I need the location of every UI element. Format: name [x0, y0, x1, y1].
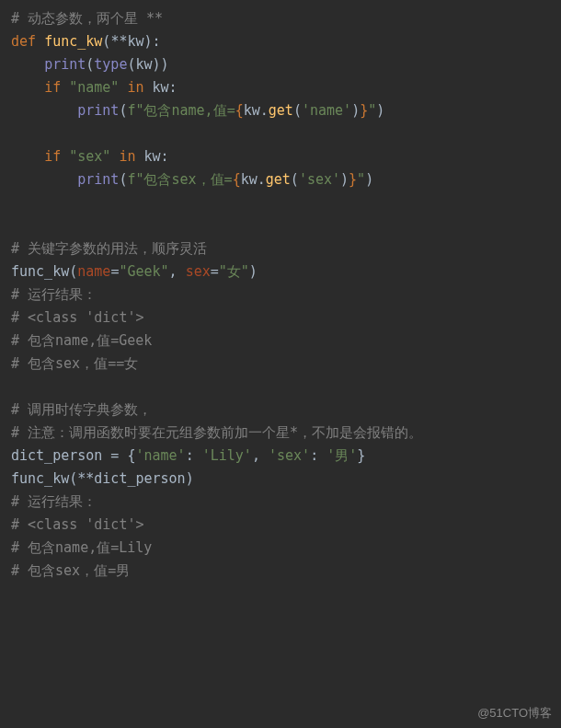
punct: (: [86, 56, 94, 73]
comment: # 运行结果：: [11, 286, 97, 303]
string: 'name': [135, 447, 185, 464]
comment: # 动态参数，两个星 **: [11, 10, 163, 27]
string: "sex": [69, 148, 110, 165]
code-line: # 运行结果：: [11, 491, 550, 514]
punct: ): [340, 171, 349, 188]
keyword-in: in: [127, 79, 143, 96]
builtin-type: type: [94, 56, 127, 73]
comment: # 包含name,值=Geek: [11, 332, 152, 349]
comment: # 注意：调用函数时要在元组参数前加一个星*，不加是会报错的。: [11, 424, 422, 441]
func-call: func_kw: [11, 263, 69, 280]
string: 'sex': [269, 447, 310, 464]
code-line: if "sex" in kw:: [11, 145, 550, 168]
expr: kw.: [241, 171, 266, 188]
comment: # 包含sex，值=男: [11, 562, 130, 579]
punct: :: [161, 148, 169, 165]
kwarg: sex: [186, 263, 211, 280]
code-line: # 动态参数，两个星 **: [11, 7, 550, 30]
string: "Geek": [119, 263, 168, 280]
keyword-in: in: [119, 148, 135, 165]
blank-line: [11, 376, 550, 399]
punct: )): [153, 56, 169, 73]
punct: ): [351, 102, 360, 119]
comment: # 运行结果：: [11, 493, 97, 510]
code-line: dict_person = {'name': 'Lily', 'sex': '男…: [11, 445, 550, 468]
func-call: func_kw: [11, 470, 69, 487]
var-kw: kw: [144, 148, 161, 165]
expr: kw.: [244, 102, 269, 119]
fstring: f"包含name,值=: [127, 102, 235, 119]
fstring-end: ": [368, 102, 376, 119]
code-line: # 调用时传字典参数，: [11, 399, 550, 422]
builtin-print: print: [44, 56, 86, 73]
string: "name": [69, 79, 119, 96]
punct: ): [186, 470, 194, 487]
string: 'name': [302, 102, 351, 119]
keyword-if: if: [44, 148, 61, 165]
method-get: get: [266, 171, 291, 188]
code-line: # 包含name,值=Lily: [11, 537, 550, 560]
string: "女": [219, 263, 249, 280]
string: 'sex': [299, 171, 340, 188]
punct: :: [186, 447, 202, 464]
code-line: print(f"包含sex，值={kw.get('sex')}"): [11, 168, 550, 191]
code-line: def func_kw(**kw):: [11, 30, 550, 53]
punct: (: [69, 263, 77, 280]
punct: :: [310, 447, 326, 464]
unpack: **dict_person: [77, 470, 185, 487]
code-line: # <class 'dict'>: [11, 306, 550, 329]
code-line: # 包含sex，值==女: [11, 352, 550, 376]
builtin-print: print: [77, 171, 119, 188]
var-dict: dict_person: [11, 447, 102, 464]
punct: }: [357, 447, 365, 464]
brace: {: [233, 171, 241, 188]
code-line: # <class 'dict'>: [11, 514, 550, 537]
code-line: print(type(kw)): [11, 53, 550, 76]
code-line: func_kw(name="Geek", sex="女"): [11, 260, 550, 283]
comment: # 调用时传字典参数，: [11, 401, 152, 418]
punct: :: [169, 79, 177, 96]
kwarg: name: [77, 263, 110, 280]
code-line: # 关键字参数的用法，顺序灵活: [11, 237, 550, 260]
brace: }: [360, 102, 368, 119]
punct: ,: [169, 263, 186, 280]
comment: # 包含sex，值==女: [11, 355, 138, 372]
method-get: get: [269, 102, 293, 119]
comment: # 包含name,值=Lily: [11, 539, 152, 556]
punct: ): [249, 263, 258, 280]
punct: (: [69, 470, 77, 487]
brace: }: [349, 171, 357, 188]
punct: ): [376, 102, 384, 119]
string: 'Lily': [202, 447, 252, 464]
code-line: if "name" in kw:: [11, 76, 550, 99]
punct: =: [102, 447, 127, 464]
code-line: # 包含sex，值=男: [11, 560, 550, 583]
fstring: f"包含sex，值=: [127, 171, 232, 188]
keyword-def: def: [11, 33, 36, 50]
string: '男': [326, 447, 357, 464]
punct: (: [293, 102, 302, 119]
punct: ,: [252, 447, 269, 464]
comment: # <class 'dict'>: [11, 309, 144, 326]
punct: ):: [144, 33, 161, 50]
function-name: func_kw: [44, 33, 102, 50]
code-line: # 运行结果：: [11, 283, 550, 306]
punct: (: [291, 171, 299, 188]
fstring-end: ": [357, 171, 365, 188]
blank-line: [11, 122, 550, 145]
brace: {: [235, 102, 244, 119]
builtin-print: print: [77, 102, 119, 119]
punct: ): [365, 171, 373, 188]
blank-line: [11, 214, 550, 237]
watermark: @51CTO博客: [477, 703, 552, 722]
code-line: # 注意：调用函数时要在元组参数前加一个星*，不加是会报错的。: [11, 422, 550, 445]
code-line: print(f"包含name,值={kw.get('name')}"): [11, 99, 550, 122]
param: **kw: [110, 33, 143, 50]
code-line: # 包含name,值=Geek: [11, 329, 550, 352]
blank-line: [11, 191, 550, 214]
code-line: func_kw(**dict_person): [11, 468, 550, 491]
var-kw: kw: [135, 56, 152, 73]
var-kw: kw: [153, 79, 169, 96]
keyword-if: if: [44, 79, 61, 96]
comment: # 关键字参数的用法，顺序灵活: [11, 240, 207, 257]
